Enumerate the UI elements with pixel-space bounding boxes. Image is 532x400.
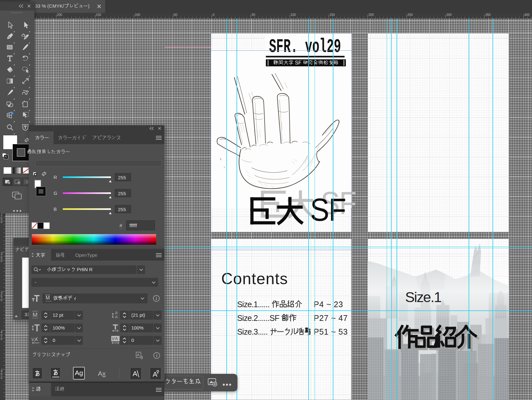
svg-text:A: A bbox=[137, 352, 140, 357]
svg-text:A: A bbox=[115, 311, 118, 315]
svg-text:A: A bbox=[133, 370, 137, 378]
svg-text:V: V bbox=[112, 336, 115, 341]
svg-text:A: A bbox=[115, 315, 118, 319]
svg-text:g: g bbox=[141, 354, 143, 359]
svg-text:A: A bbox=[115, 336, 118, 341]
